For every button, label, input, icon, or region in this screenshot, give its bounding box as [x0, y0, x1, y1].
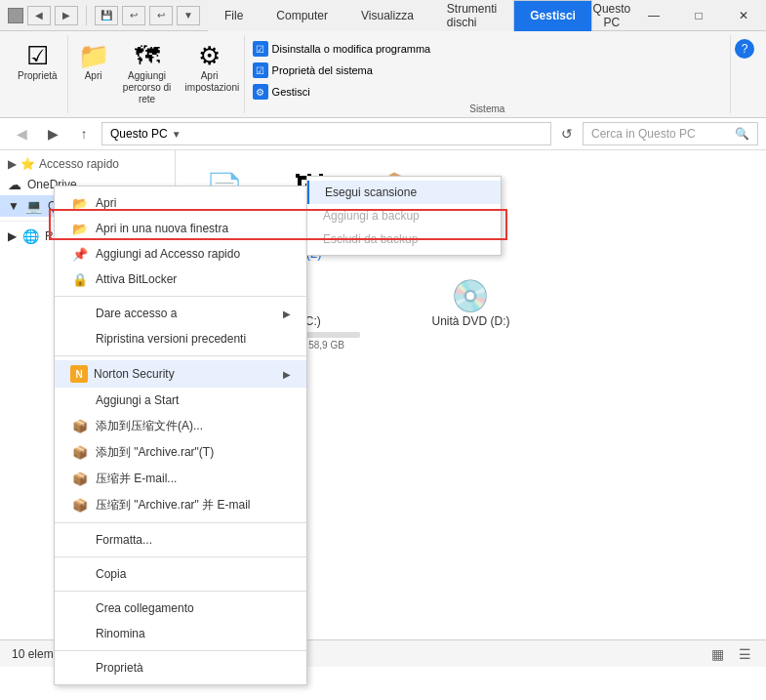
cm-sep3 [55, 522, 306, 523]
cm-norton-icon: N [70, 365, 88, 383]
cm-ripristina-icon [70, 331, 90, 347]
help-area: ? [731, 35, 758, 113]
up-btn-nav[interactable]: ↑ [70, 122, 98, 145]
context-menu: 📂 Apri 📂 Apri in una nuova finestra 📌 Ag… [54, 185, 307, 685]
cm-rinomina[interactable]: Rinomina [55, 621, 306, 646]
cm-aggiungi-zip[interactable]: 📦 添加到压缩文件(A)... [55, 413, 306, 439]
submenu-backup[interactable]: Aggiungi a backup [307, 204, 501, 227]
tab-file[interactable]: File [208, 0, 260, 31]
cm-bitlocker-icon: 🔒 [70, 271, 90, 287]
drive-d[interactable]: 💿 Unità DVD (D:) [381, 268, 562, 359]
cm-crea-collegamento[interactable]: Crea collegamento [55, 596, 306, 621]
gestisci-sistema-button[interactable]: ⚙ Gestisci [249, 82, 726, 102]
cm-aggiungi-rar-label: 添加到 "Archive.rar"(T) [96, 444, 214, 461]
save-btn[interactable]: 💾 [95, 6, 118, 25]
cm-norton-label: Norton Security [94, 367, 175, 381]
submenu-escludi[interactable]: Escludi da backup [307, 227, 501, 251]
minimize-btn[interactable]: — [631, 0, 676, 31]
cm-norton[interactable]: N Norton Security ▶ [55, 360, 306, 388]
cm-aggiungi-zip-label: 添加到压缩文件(A)... [96, 418, 203, 434]
view-list-btn[interactable]: ☰ [735, 644, 754, 664]
cm-aggiungi-rar[interactable]: 📦 添加到 "Archive.rar"(T) [55, 439, 306, 466]
up-btn[interactable]: ▶ [55, 6, 78, 25]
cm-aggiungi-start[interactable]: Aggiungi a Start [55, 388, 306, 413]
search-box[interactable]: Cerca in Questo PC 🔍 [583, 122, 758, 145]
onedrive-icon: ☁ [8, 177, 21, 192]
cm-sep4 [55, 556, 306, 557]
cm-aggiungi-accesso[interactable]: 📌 Aggiungi ad Accesso rapido [55, 241, 306, 267]
cm-proprietà[interactable]: Proprietà [55, 655, 306, 680]
cm-dare-accesso[interactable]: Dare accesso a ▶ [55, 301, 306, 326]
cm-aggiungi-start-label: Aggiungi a Start [96, 393, 179, 407]
submenu: Esegui scansione Aggiungi a backup Esclu… [306, 176, 502, 256]
help-button[interactable]: ? [735, 39, 754, 59]
rete-icon: 🌐 [22, 228, 39, 244]
tab-computer[interactable]: Computer [260, 0, 344, 31]
refresh-btn[interactable]: ↺ [555, 122, 579, 145]
title-bar: ◀ ▶ 💾 ↩ ↩ ▼ File Computer Visualizza Str… [0, 0, 766, 31]
cm-copia-label: Copia [96, 567, 126, 581]
submenu-esegui-label: Esegui scansione [325, 185, 417, 199]
apri-button[interactable]: 📁 Apri [72, 39, 115, 86]
expand-icon-rete: ▶ [8, 229, 17, 243]
cm-rinomina-icon [70, 626, 90, 641]
dropdown-btn[interactable]: ▼ [177, 6, 200, 25]
ribbon-group-open: 📁 Apri 🗺 Aggiungi percorso di rete ⚙ Apr… [68, 35, 245, 113]
sidebar-quick-access[interactable]: ▶ ⭐ Accesso rapido [0, 154, 175, 174]
proprietà-button[interactable]: ☑ Proprietà [12, 39, 63, 86]
cm-apri-nuova[interactable]: 📂 Apri in una nuova finestra [55, 216, 306, 241]
rg-btns-proprie: ☑ Proprietà [12, 39, 63, 111]
maximize-btn[interactable]: □ [676, 0, 721, 31]
rg-btns-open: 📁 Apri 🗺 Aggiungi percorso di rete ⚙ Apr… [72, 39, 240, 111]
ribbon: ☑ Proprietà 📁 Apri 🗺 Aggiungi percorso d… [0, 31, 766, 118]
apri-icon: 📁 [78, 43, 109, 68]
submenu-esegui[interactable]: Esegui scansione [307, 181, 501, 204]
cm-sep6 [55, 650, 306, 651]
address-path: Questo PC [110, 127, 168, 141]
cm-proprietà-label: Proprietà [96, 661, 143, 675]
cm-comprimi-email[interactable]: 📦 压缩并 E-mail... [55, 466, 306, 492]
aggiungi-percorso-icon: 🗺 [135, 43, 160, 68]
forward-btn[interactable]: ▶ [39, 122, 66, 145]
disinstalla-icon: ☑ [253, 41, 268, 57]
expand-icon-pc: ▼ [8, 199, 20, 213]
close-btn[interactable]: ✕ [721, 0, 766, 31]
cm-apri[interactable]: 📂 Apri [55, 190, 306, 216]
cm-copia[interactable]: Copia [55, 561, 306, 587]
sistema-label: Sistema [249, 102, 726, 114]
tab-visualizza[interactable]: Visualizza [344, 0, 430, 31]
gestisci-label: Gestisci [272, 86, 310, 98]
cm-rar1-icon: 📦 [70, 445, 90, 461]
address-dropdown-arrow[interactable]: ▼ [172, 129, 181, 140]
cm-comprimi-rar-email[interactable]: 📦 压缩到 "Archive.rar" 并 E-mail [55, 492, 306, 518]
cm-formatta-label: Formatta... [96, 533, 152, 547]
back-btn[interactable]: ◀ [8, 122, 35, 145]
apri-impostazioni-button[interactable]: ⚙ Apri impostazioni [180, 39, 240, 98]
questo-pc-icon: 💻 [25, 198, 42, 214]
cm-crea-collegamento-label: Crea collegamento [96, 601, 194, 615]
aggiungi-percorso-button[interactable]: 🗺 Aggiungi percorso di rete [117, 39, 178, 109]
redo-btn[interactable]: ↩ [149, 6, 173, 25]
ribbon-group-proprie: ☑ Proprietà [8, 35, 68, 113]
tab-gestisci[interactable]: Gestisci [513, 0, 592, 31]
address-input[interactable]: Questo PC ▼ [101, 122, 551, 145]
cm-attiva-bitlocker[interactable]: 🔒 Attiva BitLocker [55, 267, 306, 292]
quick-access-icon: ⭐ [20, 157, 35, 171]
cm-ripristina[interactable]: Ripristina versioni precedenti [55, 326, 306, 351]
proprietà-sistema-icon: ☑ [253, 62, 268, 78]
view-grid-btn[interactable]: ▦ [707, 644, 727, 664]
quick-access-btn[interactable]: ◀ [27, 6, 51, 25]
cm-dare-arrow: ▶ [283, 309, 291, 319]
undo-btn[interactable]: ↩ [122, 6, 145, 25]
cm-apri-label: Apri [96, 196, 116, 210]
aggiungi-percorso-label: Aggiungi percorso di rete [123, 70, 172, 105]
window-controls: — □ ✕ [631, 0, 766, 31]
ribbon-content: ☑ Proprietà 📁 Apri 🗺 Aggiungi percorso d… [0, 31, 766, 117]
cm-formatta[interactable]: Formatta... [55, 527, 306, 553]
cm-email2-icon: 📦 [70, 498, 90, 514]
disinstalla-button[interactable]: ☑ Disinstalla o modifica programma [249, 39, 726, 59]
tab-strumenti[interactable]: Strumenti dischi [430, 0, 513, 31]
sistema-items: ☑ Disinstalla o modifica programma ☑ Pro… [249, 39, 726, 102]
title-sep [86, 6, 87, 25]
proprietà-sistema-button[interactable]: ☑ Proprietà del sistema [249, 61, 726, 80]
